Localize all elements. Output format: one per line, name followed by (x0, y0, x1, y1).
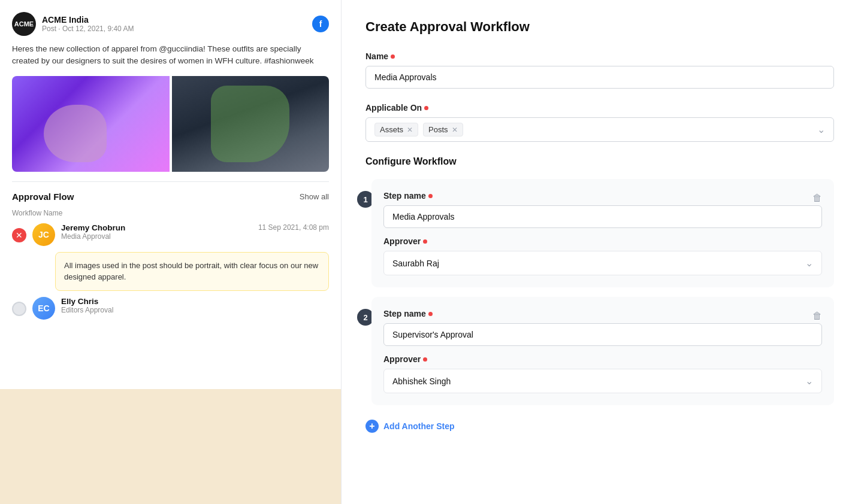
approver-select-1[interactable]: Saurabh Raj ⌄ (383, 251, 822, 275)
name-input[interactable] (365, 66, 834, 89)
status-pending-icon (12, 302, 26, 316)
add-step-icon: + (365, 420, 379, 433)
approver-info-1: Jeremy Chobrun Media Approval (61, 223, 252, 241)
approval-flow-title: Approval Flow (12, 192, 74, 202)
approver2-chevron: ⌄ (805, 375, 813, 387)
approver-label-2: Approver (383, 354, 822, 364)
post-header: ACME ACME India Post · Oct 12, 2021, 9:4… (12, 12, 329, 36)
step-wrapper-1: 1 Step name 🗑 Approver Saurabh Raj ⌄ (365, 179, 834, 287)
approver-info-2: Elly Chris Editors Approval (61, 297, 329, 314)
approver1-chevron: ⌄ (805, 257, 813, 269)
step-name-field-1 (383, 205, 822, 228)
step-card-2: Step name 🗑 Approver Abhishek Singh ⌄ (371, 297, 834, 405)
approver-role-1: Media Approval (61, 232, 252, 241)
left-panel: ACME ACME India Post · Oct 12, 2021, 9:4… (0, 0, 342, 504)
tag-posts-close[interactable]: ✕ (452, 126, 458, 134)
approver-select-2[interactable]: Abhishek Singh ⌄ (383, 369, 822, 393)
post-text: Heres the new collection of apparel from… (12, 43, 329, 68)
applicable-on-section: Applicable On Assets ✕ Posts ✕ ⌄ (365, 103, 834, 142)
approver-row-2: EC Elly Chris Editors Approval (12, 297, 329, 320)
configure-workflow-title: Configure Workflow (365, 156, 834, 167)
step-name-label-2: Step name (383, 309, 433, 318)
approver-name-1: Jeremy Chobrun (61, 223, 252, 232)
post-header-left: ACME ACME India Post · Oct 12, 2021, 9:4… (12, 12, 134, 36)
post-meta: Post · Oct 12, 2021, 9:40 AM (42, 25, 134, 33)
post-image-1 (12, 76, 170, 172)
add-step-label: Add Another Step (383, 421, 454, 431)
workflow-name-label: Workflow Name (12, 209, 329, 217)
step-name-label-1: Step name (383, 191, 433, 201)
approver1-required (423, 239, 427, 244)
tag-list: Assets ✕ Posts ✕ (374, 123, 463, 136)
avatar: ACME (12, 12, 36, 36)
applicable-on-chevron: ⌄ (817, 124, 825, 135)
step-card-1: Step name 🗑 Approver Saurabh Raj ⌄ (371, 179, 834, 287)
tag-assets: Assets ✕ (374, 123, 418, 136)
step-label-row-2: Step name 🗑 (383, 309, 822, 323)
applicable-required-indicator (424, 106, 428, 110)
step-wrapper-2: 2 Step name 🗑 Approver Abhishek Singh ⌄ (365, 297, 834, 405)
applicable-on-select[interactable]: Assets ✕ Posts ✕ ⌄ (365, 117, 834, 142)
approval-comment: All images used in the post should be po… (55, 252, 329, 291)
step-delete-1[interactable]: 🗑 (812, 193, 822, 204)
step1-name-required (428, 194, 433, 198)
step2-name-required (428, 312, 433, 316)
add-step-button[interactable]: + Add Another Step (365, 415, 834, 438)
post-author-name: ACME India (42, 15, 134, 25)
approver-date-1: 11 Sep 2021, 4:08 pm (258, 223, 329, 232)
approver-role-2: Editors Approval (61, 306, 329, 314)
step-delete-2[interactable]: 🗑 (812, 311, 822, 321)
tag-assets-close[interactable]: ✕ (407, 126, 413, 134)
name-label: Name (365, 51, 834, 61)
post-image-2 (172, 76, 330, 172)
facebook-icon: f (312, 16, 329, 32)
approver-label-1: Approver (383, 236, 822, 246)
tag-posts: Posts ✕ (423, 123, 463, 136)
avatar-elly: EC (32, 297, 55, 320)
divider (12, 181, 329, 182)
post-images (12, 76, 329, 172)
name-required-indicator (391, 54, 395, 59)
approver2-required (423, 357, 427, 362)
show-all-link[interactable]: Show all (300, 192, 329, 201)
approval-flow-header: Approval Flow Show all (12, 192, 329, 202)
step-label-row-1: Step name 🗑 (383, 191, 822, 205)
approver-name-2: Elly Chris (61, 297, 329, 306)
post-author-info: ACME India Post · Oct 12, 2021, 9:40 AM (42, 15, 134, 33)
avatar-jeremy: JC (32, 223, 55, 246)
page-title: Create Approval Workflow (365, 19, 834, 35)
right-panel: Create Approval Workflow Name Applicable… (342, 0, 858, 504)
step-name-input-1[interactable] (383, 205, 822, 228)
step-name-field-2 (383, 323, 822, 346)
applicable-on-label: Applicable On (365, 103, 834, 113)
status-rejected-icon: ✕ (12, 228, 26, 242)
approver-row-1: ✕ JC Jeremy Chobrun Media Approval 11 Se… (12, 223, 329, 246)
name-section: Name (365, 51, 834, 89)
step-name-input-2[interactable] (383, 323, 822, 346)
